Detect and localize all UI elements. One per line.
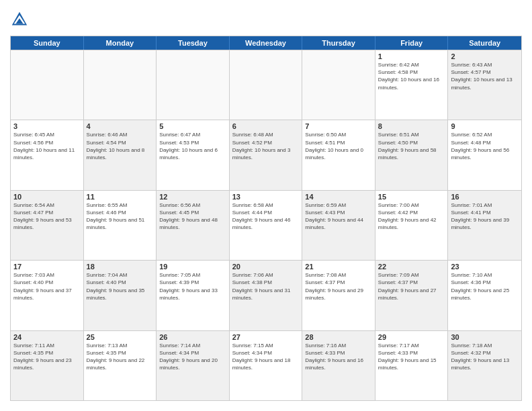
day-number: 21 [305, 263, 372, 271]
header [10, 10, 522, 29]
day-info: Sunrise: 6:51 AMSunset: 4:50 PMDaylight:… [378, 131, 445, 161]
day-number: 17 [13, 263, 81, 271]
day-info: Sunrise: 7:10 AMSunset: 4:36 PMDaylight:… [451, 271, 519, 302]
calendar-cell [230, 50, 303, 120]
day-number: 12 [159, 193, 226, 201]
day-info: Sunrise: 6:45 AMSunset: 4:56 PMDaylight:… [13, 131, 81, 161]
cal-header-cell: Wednesday [230, 36, 303, 50]
cal-header-cell: Thursday [302, 36, 375, 50]
day-number: 30 [451, 333, 519, 341]
day-number: 22 [378, 263, 445, 271]
day-info: Sunrise: 6:56 AMSunset: 4:45 PMDaylight:… [159, 201, 226, 232]
calendar-cell: 12Sunrise: 6:56 AMSunset: 4:45 PMDayligh… [157, 191, 230, 260]
day-info: Sunrise: 7:05 AMSunset: 4:39 PMDaylight:… [159, 271, 226, 302]
day-info: Sunrise: 6:43 AMSunset: 4:57 PMDaylight:… [451, 61, 519, 91]
calendar-cell: 9Sunrise: 6:52 AMSunset: 4:48 PMDaylight… [448, 120, 521, 189]
day-number: 26 [159, 333, 226, 341]
logo [10, 10, 32, 29]
calendar-cell: 15Sunrise: 7:00 AMSunset: 4:42 PMDayligh… [375, 191, 449, 260]
calendar-cell: 17Sunrise: 7:03 AMSunset: 4:40 PMDayligh… [11, 261, 84, 330]
day-info: Sunrise: 6:48 AMSunset: 4:52 PMDaylight:… [232, 131, 300, 161]
day-number: 24 [13, 333, 81, 341]
calendar: SundayMondayTuesdayWednesdayThursdayFrid… [10, 36, 522, 401]
day-info: Sunrise: 6:54 AMSunset: 4:47 PMDaylight:… [13, 201, 81, 232]
day-number: 1 [378, 52, 445, 60]
calendar-cell: 10Sunrise: 6:54 AMSunset: 4:47 PMDayligh… [11, 191, 84, 260]
calendar-cell: 16Sunrise: 7:01 AMSunset: 4:41 PMDayligh… [448, 191, 521, 260]
calendar-row: 3Sunrise: 6:45 AMSunset: 4:56 PMDaylight… [11, 120, 521, 189]
cal-header-cell: Friday [375, 36, 449, 50]
day-info: Sunrise: 7:16 AMSunset: 4:33 PMDaylight:… [305, 342, 372, 372]
day-number: 11 [87, 193, 154, 201]
day-number: 9 [451, 122, 519, 130]
day-number: 13 [232, 193, 300, 201]
day-info: Sunrise: 7:09 AMSunset: 4:37 PMDaylight:… [378, 271, 445, 302]
calendar-cell: 28Sunrise: 7:16 AMSunset: 4:33 PMDayligh… [302, 331, 375, 400]
day-info: Sunrise: 6:52 AMSunset: 4:48 PMDaylight:… [451, 131, 519, 161]
day-info: Sunrise: 7:15 AMSunset: 4:34 PMDaylight:… [232, 342, 300, 372]
day-number: 19 [159, 263, 226, 271]
calendar-cell [157, 50, 230, 120]
calendar-cell: 6Sunrise: 6:48 AMSunset: 4:52 PMDaylight… [230, 120, 303, 189]
day-info: Sunrise: 7:18 AMSunset: 4:32 PMDaylight:… [451, 342, 519, 372]
day-info: Sunrise: 7:00 AMSunset: 4:42 PMDaylight:… [378, 201, 445, 232]
calendar-cell: 18Sunrise: 7:04 AMSunset: 4:40 PMDayligh… [84, 261, 157, 330]
day-info: Sunrise: 7:06 AMSunset: 4:38 PMDaylight:… [232, 271, 300, 302]
calendar-header-row: SundayMondayTuesdayWednesdayThursdayFrid… [11, 36, 521, 50]
day-number: 27 [232, 333, 300, 341]
day-number: 15 [378, 193, 445, 201]
day-info: Sunrise: 7:17 AMSunset: 4:33 PMDaylight:… [378, 342, 445, 372]
calendar-cell: 8Sunrise: 6:51 AMSunset: 4:50 PMDaylight… [375, 120, 449, 189]
day-info: Sunrise: 6:58 AMSunset: 4:44 PMDaylight:… [232, 201, 300, 232]
day-info: Sunrise: 6:42 AMSunset: 4:58 PMDaylight:… [378, 61, 445, 91]
day-number: 16 [451, 193, 519, 201]
calendar-cell: 13Sunrise: 6:58 AMSunset: 4:44 PMDayligh… [230, 191, 303, 260]
calendar-cell [84, 50, 157, 120]
day-info: Sunrise: 7:13 AMSunset: 4:35 PMDaylight:… [87, 342, 154, 372]
calendar-cell: 2Sunrise: 6:43 AMSunset: 4:57 PMDaylight… [448, 50, 521, 120]
calendar-cell: 26Sunrise: 7:14 AMSunset: 4:34 PMDayligh… [157, 331, 230, 400]
day-number: 28 [305, 333, 372, 341]
calendar-row: 1Sunrise: 6:42 AMSunset: 4:58 PMDaylight… [11, 50, 521, 120]
day-info: Sunrise: 7:11 AMSunset: 4:35 PMDaylight:… [13, 342, 81, 372]
day-info: Sunrise: 6:55 AMSunset: 4:46 PMDaylight:… [87, 201, 154, 232]
calendar-cell: 4Sunrise: 6:46 AMSunset: 4:54 PMDaylight… [84, 120, 157, 189]
day-number: 10 [13, 193, 81, 201]
page: SundayMondayTuesdayWednesdayThursdayFrid… [0, 0, 532, 411]
calendar-cell: 5Sunrise: 6:47 AMSunset: 4:53 PMDaylight… [157, 120, 230, 189]
calendar-cell: 29Sunrise: 7:17 AMSunset: 4:33 PMDayligh… [375, 331, 449, 400]
cal-header-cell: Saturday [448, 36, 521, 50]
calendar-row: 10Sunrise: 6:54 AMSunset: 4:47 PMDayligh… [11, 190, 521, 260]
cal-header-cell: Monday [84, 36, 157, 50]
calendar-cell: 1Sunrise: 6:42 AMSunset: 4:58 PMDaylight… [375, 50, 449, 120]
day-number: 3 [13, 122, 81, 130]
calendar-cell: 25Sunrise: 7:13 AMSunset: 4:35 PMDayligh… [84, 331, 157, 400]
day-number: 4 [87, 122, 154, 130]
day-number: 8 [378, 122, 445, 130]
calendar-cell: 23Sunrise: 7:10 AMSunset: 4:36 PMDayligh… [448, 261, 521, 330]
day-number: 7 [305, 122, 372, 130]
logo-icon [10, 10, 29, 29]
day-info: Sunrise: 7:04 AMSunset: 4:40 PMDaylight:… [87, 271, 154, 302]
calendar-cell: 27Sunrise: 7:15 AMSunset: 4:34 PMDayligh… [230, 331, 303, 400]
calendar-cell: 14Sunrise: 6:59 AMSunset: 4:43 PMDayligh… [302, 191, 375, 260]
calendar-cell: 11Sunrise: 6:55 AMSunset: 4:46 PMDayligh… [84, 191, 157, 260]
day-number: 29 [378, 333, 445, 341]
calendar-cell: 21Sunrise: 7:08 AMSunset: 4:37 PMDayligh… [302, 261, 375, 330]
day-number: 20 [232, 263, 300, 271]
day-number: 14 [305, 193, 372, 201]
day-number: 5 [159, 122, 226, 130]
calendar-cell [11, 50, 84, 120]
calendar-cell: 7Sunrise: 6:50 AMSunset: 4:51 PMDaylight… [302, 120, 375, 189]
calendar-cell: 30Sunrise: 7:18 AMSunset: 4:32 PMDayligh… [448, 331, 521, 400]
day-number: 6 [232, 122, 300, 130]
day-info: Sunrise: 7:14 AMSunset: 4:34 PMDaylight:… [159, 342, 226, 372]
day-info: Sunrise: 7:03 AMSunset: 4:40 PMDaylight:… [13, 271, 81, 302]
calendar-cell: 20Sunrise: 7:06 AMSunset: 4:38 PMDayligh… [230, 261, 303, 330]
calendar-body: 1Sunrise: 6:42 AMSunset: 4:58 PMDaylight… [11, 50, 521, 400]
day-info: Sunrise: 6:46 AMSunset: 4:54 PMDaylight:… [87, 131, 154, 161]
day-number: 25 [87, 333, 154, 341]
day-number: 23 [451, 263, 519, 271]
calendar-row: 24Sunrise: 7:11 AMSunset: 4:35 PMDayligh… [11, 330, 521, 400]
calendar-row: 17Sunrise: 7:03 AMSunset: 4:40 PMDayligh… [11, 260, 521, 330]
